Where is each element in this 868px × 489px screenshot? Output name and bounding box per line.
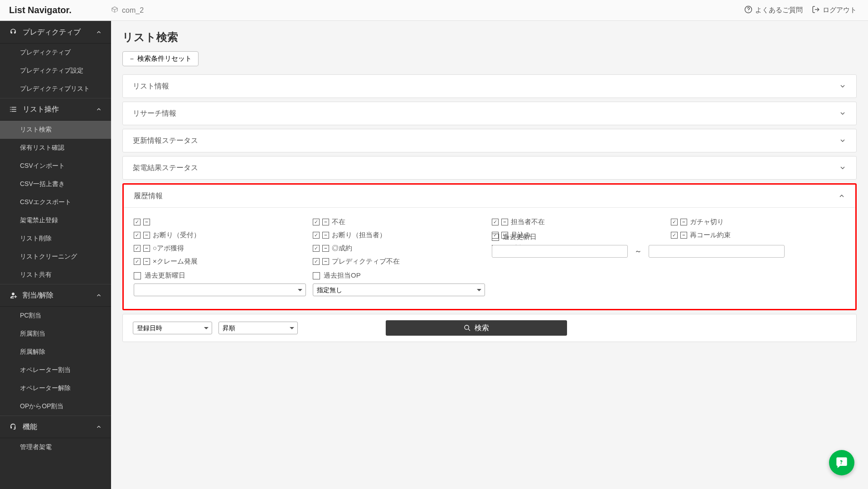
status-exclude-checkbox[interactable] xyxy=(322,219,329,225)
sidebar-group-label: リスト操作 xyxy=(23,105,59,114)
status-exclude-checkbox[interactable] xyxy=(680,219,687,225)
panel-research-info[interactable]: リサーチ情報 xyxy=(122,102,857,125)
sidebar-group-3[interactable]: 機能 xyxy=(0,416,111,438)
chevron-down-icon xyxy=(839,83,846,90)
panel-update-status[interactable]: 更新情報ステータス xyxy=(122,129,857,152)
status-label: ◎成約 xyxy=(332,244,352,253)
status-exclude-checkbox[interactable] xyxy=(322,245,329,252)
status-include-checkbox[interactable] xyxy=(134,258,141,265)
search-bar: 登録日時 昇順 検索 xyxy=(122,314,857,342)
status-item: ×クレーム発展 xyxy=(134,257,308,266)
past-date-label: 過去更新日 xyxy=(503,233,537,241)
status-exclude-checkbox[interactable] xyxy=(501,219,508,225)
past-date-checkbox[interactable] xyxy=(492,234,499,241)
chevron-up-icon xyxy=(96,106,102,112)
sidebar-item[interactable]: 所属割当 xyxy=(0,325,111,343)
sidebar-item[interactable]: CSV一括上書き xyxy=(0,175,111,193)
sidebar-item[interactable]: CSVインポート xyxy=(0,157,111,175)
sidebar-item[interactable]: オペレーター割当 xyxy=(0,361,111,379)
panel-list-info[interactable]: リスト情報 xyxy=(122,74,857,98)
past-date-from[interactable] xyxy=(492,245,628,258)
status-include-checkbox[interactable] xyxy=(313,258,320,265)
cube-icon xyxy=(111,6,118,15)
status-include-checkbox[interactable] xyxy=(134,245,141,252)
sidebar-item[interactable]: リスト削除 xyxy=(0,230,111,248)
sidebar-group-label: 割当/解除 xyxy=(23,291,53,300)
past-dow-select[interactable] xyxy=(134,284,306,296)
sidebar-item[interactable]: リスト検索 xyxy=(0,121,111,139)
sidebar-item[interactable]: プレディクティブ設定 xyxy=(0,62,111,80)
sort-field-select[interactable]: 登録日時 xyxy=(133,322,212,334)
panel-research-info-label: リサーチ情報 xyxy=(133,109,176,118)
past-date-to[interactable] xyxy=(649,245,785,258)
sidebar-group-label: 機能 xyxy=(23,422,37,432)
past-op-select[interactable]: 指定無し xyxy=(313,284,485,296)
status-label: お断り（担当者） xyxy=(332,231,386,240)
status-label: ガチャ切り xyxy=(690,218,724,226)
logout-link[interactable]: ログアウト xyxy=(812,5,857,15)
chevron-down-icon xyxy=(839,164,846,171)
past-dow-checkbox[interactable] xyxy=(134,272,141,279)
status-item: お断り（担当者） xyxy=(313,231,487,240)
status-item: 担当者不在 xyxy=(492,218,666,226)
sidebar[interactable]: プレディクティブプレディクティブプレディクティブ設定プレディクティブリストリスト… xyxy=(0,21,111,489)
sidebar-item[interactable]: CSVエクスポート xyxy=(0,193,111,211)
sidebar-item[interactable]: リスト共有 xyxy=(0,266,111,284)
status-label: 不在 xyxy=(332,218,345,226)
status-exclude-checkbox[interactable] xyxy=(143,219,150,225)
chevron-up-icon xyxy=(838,192,845,200)
panel-history-head[interactable]: 履歴情報 xyxy=(124,185,855,207)
status-include-checkbox[interactable] xyxy=(313,245,320,252)
status-include-checkbox[interactable] xyxy=(134,232,141,239)
status-item: ガチャ切り xyxy=(671,218,845,226)
sidebar-item[interactable]: 管理者架電 xyxy=(0,438,111,456)
status-exclude-checkbox[interactable] xyxy=(322,258,329,265)
status-item: ◎成約 xyxy=(313,244,487,253)
status-item: ○アポ獲得 xyxy=(134,244,308,253)
status-exclude-checkbox[interactable] xyxy=(143,258,150,265)
reset-button[interactable]: 検索条件リセット xyxy=(122,51,199,66)
help-fab[interactable] xyxy=(829,450,854,475)
past-op-checkbox[interactable] xyxy=(313,272,320,279)
chevron-up-icon xyxy=(96,29,102,35)
status-include-checkbox[interactable] xyxy=(671,219,678,225)
sidebar-item[interactable]: 所属解除 xyxy=(0,343,111,361)
sidebar-item[interactable]: プレディクティブリスト xyxy=(0,80,111,98)
company-label: com_2 xyxy=(122,6,144,15)
search-button[interactable]: 検索 xyxy=(386,320,567,336)
sidebar-item[interactable]: OPからOP割当 xyxy=(0,397,111,416)
status-exclude-checkbox[interactable] xyxy=(322,232,329,239)
status-item: プレディクティブ不在 xyxy=(313,257,487,266)
panel-history: 履歴情報 不在担当者不在ガチャ切りお断り（受付）お断り（担当者）見込み再コール約… xyxy=(122,183,857,310)
status-include-checkbox[interactable] xyxy=(313,232,320,239)
chevron-up-icon xyxy=(96,292,102,298)
status-include-checkbox[interactable] xyxy=(313,219,320,225)
status-exclude-checkbox[interactable] xyxy=(143,245,150,252)
logout-label: ログアウト xyxy=(823,6,857,15)
sidebar-item[interactable]: オペレーター解除 xyxy=(0,379,111,397)
sort-dir-select[interactable]: 昇順 xyxy=(218,322,298,334)
past-dow-label: 過去更新曜日 xyxy=(145,271,185,280)
sidebar-item[interactable]: リストクリーニング xyxy=(0,248,111,266)
status-item xyxy=(134,218,308,226)
status-include-checkbox[interactable] xyxy=(492,219,499,225)
svg-point-1 xyxy=(748,11,748,11)
sidebar-item[interactable]: 保有リスト確認 xyxy=(0,139,111,157)
sidebar-item[interactable]: 架電禁止登録 xyxy=(0,211,111,230)
status-include-checkbox[interactable] xyxy=(134,219,141,225)
chevron-up-icon xyxy=(96,424,102,430)
sidebar-group-2[interactable]: 割当/解除 xyxy=(0,284,111,307)
sidebar-group-1[interactable]: リスト操作 xyxy=(0,98,111,121)
panel-update-status-label: 更新情報ステータス xyxy=(133,136,198,146)
status-exclude-checkbox[interactable] xyxy=(143,232,150,239)
status-item: お断り（受付） xyxy=(134,231,308,240)
status-label: ×クレーム発展 xyxy=(153,257,198,266)
panel-call-status-label: 架電結果ステータス xyxy=(133,163,198,173)
faq-link[interactable]: よくあるご質問 xyxy=(744,5,803,15)
chevron-down-icon xyxy=(839,137,846,144)
sidebar-item[interactable]: プレディクティブ xyxy=(0,44,111,62)
sidebar-item[interactable]: PC割当 xyxy=(0,307,111,325)
faq-label: よくあるご質問 xyxy=(755,6,803,15)
panel-call-status[interactable]: 架電結果ステータス xyxy=(122,156,857,180)
sidebar-group-0[interactable]: プレディクティブ xyxy=(0,21,111,44)
